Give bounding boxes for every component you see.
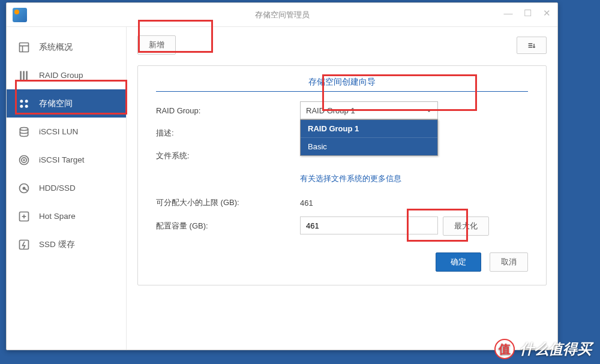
svg-rect-5 bbox=[26, 71, 28, 80]
filesystem-label: 文件系统: bbox=[156, 151, 300, 161]
maximize-button[interactable]: 最大化 bbox=[443, 216, 489, 236]
iscsi-lun-icon bbox=[17, 125, 31, 139]
svg-point-13 bbox=[23, 160, 25, 161]
dropdown-option-basic[interactable]: Basic bbox=[301, 137, 437, 155]
sidebar-item-label: RAID Group bbox=[39, 71, 83, 80]
sidebar-item-label: SSD 缓存 bbox=[39, 239, 75, 250]
toolbar: 新增 ≡↓ bbox=[137, 35, 547, 55]
iscsi-target-icon bbox=[17, 154, 31, 167]
svg-rect-0 bbox=[20, 43, 29, 52]
max-size-value: 461 bbox=[300, 198, 528, 207]
window-title: 存储空间管理员 bbox=[255, 10, 310, 20]
sidebar-item-label: iSCSI Target bbox=[39, 155, 85, 164]
sidebar-item-label: HDD/SSD bbox=[39, 183, 76, 192]
watermark-badge: 值 bbox=[494, 339, 515, 359]
svg-point-6 bbox=[20, 100, 23, 103]
divider bbox=[156, 91, 528, 92]
chevron-down-icon bbox=[426, 109, 432, 115]
window-controls: — ☐ ✕ bbox=[502, 8, 553, 19]
sidebar-item-raid-group[interactable]: RAID Group bbox=[7, 61, 126, 89]
alloc-size-label: 配置容量 (GB): bbox=[156, 221, 300, 231]
max-size-label: 可分配大小的上限 (GB): bbox=[156, 197, 300, 208]
sidebar-item-volume[interactable]: 存储空间 bbox=[7, 89, 126, 118]
svg-point-9 bbox=[25, 104, 28, 107]
sidebar-item-hot-spare[interactable]: Hot Spare bbox=[7, 202, 126, 230]
app-icon bbox=[13, 8, 27, 22]
watermark-text: 什么值得买 bbox=[520, 339, 592, 359]
app-window: 存储空间管理员 — ☐ ✕ 系统概况 RAID Group 存储空间 iSCSI… bbox=[6, 2, 558, 350]
overview-icon bbox=[17, 41, 31, 54]
dropdown-option-raid1[interactable]: RAID Group 1 bbox=[301, 120, 437, 137]
sort-button[interactable]: ≡↓ bbox=[517, 37, 547, 54]
ok-button[interactable]: 确定 bbox=[436, 252, 481, 272]
hdd-icon bbox=[17, 182, 31, 195]
svg-point-10 bbox=[20, 127, 28, 130]
cancel-button[interactable]: 取消 bbox=[490, 252, 528, 272]
sidebar: 系统概况 RAID Group 存储空间 iSCSI LUN iSCSI Tar… bbox=[7, 27, 127, 350]
sidebar-item-label: 存储空间 bbox=[39, 98, 73, 109]
add-button[interactable]: 新增 bbox=[137, 35, 176, 55]
raid-group-selected: RAID Group 1 bbox=[306, 106, 355, 115]
titlebar: 存储空间管理员 — ☐ ✕ bbox=[7, 3, 557, 27]
svg-point-8 bbox=[20, 104, 23, 107]
ssd-cache-icon bbox=[17, 238, 31, 251]
svg-rect-3 bbox=[20, 71, 22, 80]
watermark: 值 什么值得买 bbox=[494, 339, 592, 359]
raid-group-icon bbox=[17, 69, 31, 82]
raid-group-select[interactable]: RAID Group 1 bbox=[300, 101, 438, 119]
minimize-button[interactable]: — bbox=[502, 8, 514, 19]
alloc-size-input[interactable] bbox=[300, 216, 438, 234]
close-button[interactable]: ✕ bbox=[541, 8, 553, 19]
raid-group-label: RAID Group: bbox=[156, 106, 300, 115]
wizard-panel: 存储空间创建向导 RAID Group: RAID Group 1 RAID G… bbox=[137, 65, 547, 285]
sidebar-item-iscsi-target[interactable]: iSCSI Target bbox=[7, 146, 126, 174]
sidebar-item-overview[interactable]: 系统概况 bbox=[7, 33, 126, 61]
description-label: 描述: bbox=[156, 128, 300, 139]
sidebar-item-ssd-cache[interactable]: SSD 缓存 bbox=[7, 230, 126, 258]
sidebar-item-label: iSCSI LUN bbox=[39, 127, 78, 136]
filesystem-info-link[interactable]: 有关选择文件系统的更多信息 bbox=[300, 174, 401, 183]
wizard-title: 存储空间创建向导 bbox=[156, 77, 528, 88]
sidebar-item-label: Hot Spare bbox=[39, 212, 76, 221]
sidebar-item-label: 系统概况 bbox=[39, 42, 73, 53]
raid-group-dropdown: RAID Group 1 Basic bbox=[300, 119, 438, 156]
sidebar-item-iscsi-lun[interactable]: iSCSI LUN bbox=[7, 118, 126, 146]
volume-icon bbox=[17, 97, 31, 110]
hot-spare-icon bbox=[17, 210, 31, 223]
sidebar-item-hdd-ssd[interactable]: HDD/SSD bbox=[7, 174, 126, 202]
svg-rect-4 bbox=[23, 71, 25, 80]
maximize-button[interactable]: ☐ bbox=[521, 8, 533, 19]
main-area: 新增 ≡↓ 存储空间创建向导 RAID Group: RAID Group 1 … bbox=[127, 27, 557, 350]
svg-point-7 bbox=[25, 100, 28, 103]
